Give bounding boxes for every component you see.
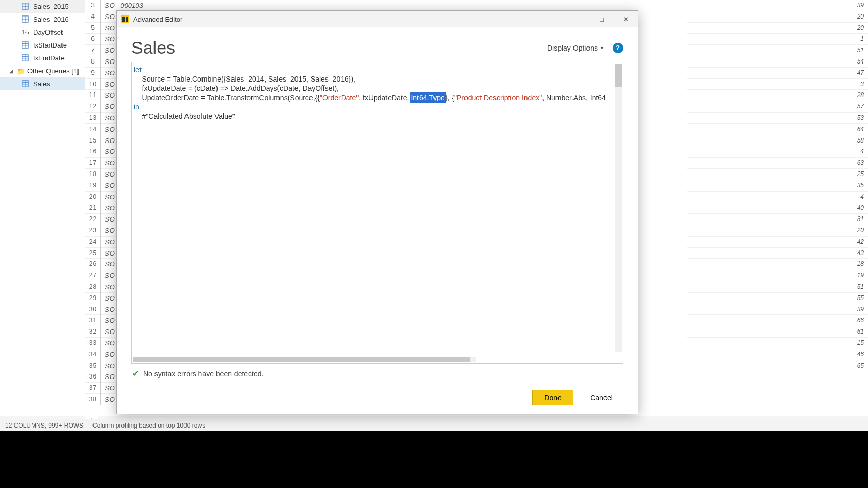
help-icon[interactable]: ? [613,43,623,53]
table-icon [22,54,30,62]
table-icon [22,41,30,50]
chevron-down-icon: ◢ [9,68,14,74]
row-number-gutter: 3456789101112131415161718192021222324252… [85,0,101,405]
vertical-scrollbar[interactable] [615,64,622,352]
query-label: Sales [33,80,50,88]
syntax-message: No syntax errors have been detected. [143,370,264,378]
maximize-button[interactable]: □ [590,11,614,27]
app-icon [121,15,129,23]
table-icon [22,80,30,88]
queries-pane: Sales_2015 Sales_2016 1²₃ DayOffset fxSt… [0,0,85,416]
letterbox-bottom [0,431,868,488]
display-options-dropdown[interactable]: Display Options ▾ [547,44,603,52]
query-label: Sales_2015 [33,3,69,10]
dialog-titlebar[interactable]: Advanced Editor ― □ ✕ [117,11,638,27]
code-string: "Product Description Index" [454,93,542,102]
dialog-title: Advanced Editor [133,15,182,23]
code-line: UpdateOrderDate = Table.TransformColumns… [134,93,320,102]
window-controls: ― □ ✕ [566,11,638,27]
code-keyword: in [134,103,140,111]
syntax-status: ✔ No syntax errors have been detected. [131,364,623,384]
display-options-label: Display Options [547,44,598,52]
query-label: Sales_2016 [33,15,69,23]
table-icon [22,15,30,24]
scrollbar-thumb[interactable] [133,357,470,362]
grid-right-column: 3920201515447328575364584632535440312042… [687,0,868,371]
numeric-icon: 1²₃ [22,28,30,37]
code-text: , Number.Abs, Int64 [542,93,606,102]
dialog-footer: Done Cancel [131,384,623,414]
query-label: DayOffset [33,28,63,36]
horizontal-scrollbar[interactable] [133,357,476,362]
code-line: fxUpdateDate = (cDate) => Date.AddDays(c… [134,84,339,92]
status-columns: 12 COLUMNS, 999+ ROWS [5,422,83,429]
query-item-fxstartdate[interactable]: fxStartDate [0,39,85,52]
code-string: "OrderDate" [320,93,359,102]
code-text: }, { [445,93,454,102]
advanced-editor-dialog: Advanced Editor ― □ ✕ Sales Display Opti… [116,10,638,414]
code-keyword: let [134,66,142,74]
table-icon [22,3,30,11]
dialog-body: Sales Display Options ▾ ? let Source = T… [117,27,638,414]
query-name-heading: Sales [131,38,175,58]
query-item-sales-2016[interactable]: Sales_2016 [0,13,85,26]
dialog-header: Sales Display Options ▾ ? [131,38,623,58]
query-item-sales-2015[interactable]: Sales_2015 [0,0,85,13]
scrollbar-thumb[interactable] [615,64,622,87]
close-button[interactable]: ✕ [614,11,638,27]
check-icon: ✔ [132,369,139,379]
query-label: fxEndDate [33,54,65,62]
code-line: #"Calculated Absolute Value" [134,112,235,120]
status-profiling: Column profiling based on top 1000 rows [92,422,205,429]
code-text: , fxUpdateDate, [359,93,411,102]
cancel-button[interactable]: Cancel [581,390,622,405]
code-selection: Int64.Type [411,93,444,102]
folder-other-queries[interactable]: ◢ 📁 Other Queries [1] [0,65,85,77]
code-editor[interactable]: let Source = Table.Combine({Sales_2014, … [131,62,623,364]
minimize-button[interactable]: ― [566,11,590,27]
folder-icon: 📁 [17,67,25,75]
query-item-dayoffset[interactable]: 1²₃ DayOffset [0,26,85,39]
folder-label: Other Queries [1] [27,67,79,75]
done-button[interactable]: Done [532,390,574,405]
query-label: fxStartDate [33,41,67,49]
chevron-down-icon: ▾ [601,45,603,51]
query-item-sales[interactable]: Sales [0,77,85,90]
code-line: Source = Table.Combine({Sales_2014, Sale… [134,75,355,83]
status-bar: 12 COLUMNS, 999+ ROWS Column profiling b… [0,419,868,431]
query-item-fxenddate[interactable]: fxEndDate [0,52,85,65]
code-content[interactable]: let Source = Table.Combine({Sales_2014, … [132,62,623,124]
